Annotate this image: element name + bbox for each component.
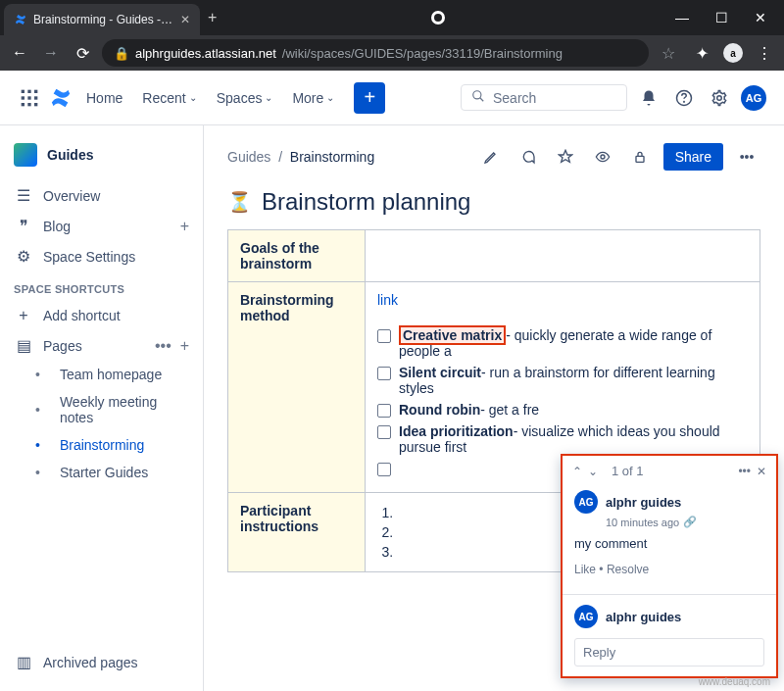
breadcrumb-current: Brainstorming: [290, 149, 374, 165]
svg-rect-3: [22, 96, 24, 99]
settings-icon[interactable]: [706, 84, 733, 112]
space-icon: [14, 143, 37, 167]
watch-icon[interactable]: [589, 143, 616, 171]
space-header[interactable]: Guides: [8, 139, 195, 180]
comment-prev-icon[interactable]: ⌃: [572, 465, 582, 478]
svg-line-10: [480, 98, 484, 102]
page-content: Guides / Brainstorming Share ••• ⏳ Brain…: [204, 125, 784, 691]
svg-rect-7: [27, 103, 30, 106]
checkbox[interactable]: [377, 425, 391, 439]
window-close-button[interactable]: ✕: [741, 10, 780, 25]
comment-next-icon[interactable]: ⌄: [588, 465, 598, 478]
sidebar-item-pages[interactable]: ▤ Pages ••• +: [8, 330, 195, 361]
search-icon: [471, 89, 485, 106]
svg-point-13: [717, 95, 722, 100]
help-icon[interactable]: [670, 84, 698, 112]
confluence-topbar: Home Recent⌄ Spaces⌄ More⌄ + Search AG: [0, 71, 784, 125]
like-button[interactable]: Like: [574, 563, 596, 576]
user-avatar[interactable]: AG: [741, 85, 766, 111]
confluence-logo-icon[interactable]: [49, 86, 73, 110]
browser-forward-button[interactable]: →: [39, 44, 63, 62]
blog-icon: ❞: [14, 217, 33, 235]
browser-reload-button[interactable]: ⟳: [71, 44, 94, 63]
comment-counter: 1 of 1: [612, 464, 644, 478]
page-title: ⏳ Brainstorm planning: [227, 188, 760, 216]
nav-recent[interactable]: Recent⌄: [136, 86, 202, 110]
chevron-down-icon: ⌄: [265, 92, 272, 103]
tab-close-icon[interactable]: ✕: [180, 13, 190, 26]
nav-spaces[interactable]: Spaces⌄: [211, 86, 279, 110]
comment-avatar: AG: [574, 490, 598, 514]
inline-comment-panel: ⌃ ⌄ 1 of 1 ••• ✕ AG alphr guides 10 minu…: [561, 454, 778, 678]
pages-more-icon[interactable]: ••• +: [155, 337, 189, 355]
comment-body: my comment: [574, 536, 764, 551]
svg-rect-1: [27, 89, 30, 92]
sidebar-item-space-settings[interactable]: ⚙ Space Settings: [8, 241, 195, 271]
window-minimize-button[interactable]: —: [662, 10, 702, 25]
edit-icon[interactable]: [477, 143, 505, 171]
app-switcher-icon[interactable]: [18, 86, 41, 110]
comment-more-icon[interactable]: •••: [738, 465, 751, 478]
permalink-icon[interactable]: 🔗: [683, 516, 697, 528]
sidebar-add-shortcut[interactable]: + Add shortcut: [8, 301, 195, 330]
chevron-down-icon: ⌄: [326, 92, 334, 103]
svg-rect-15: [636, 156, 644, 162]
bookmark-star-icon[interactable]: ☆: [657, 44, 680, 63]
notifications-icon[interactable]: [635, 84, 662, 112]
comment-timestamp: 10 minutes ago: [606, 517, 679, 528]
new-tab-button[interactable]: +: [200, 3, 224, 32]
tab-title: Brainstorming - Guides - Conflue: [33, 13, 174, 26]
task-item: Creative matrix- quickly generate a wide…: [377, 327, 748, 359]
page-tree-item[interactable]: Team homepage: [8, 361, 195, 388]
page-emoji-icon: ⏳: [227, 190, 252, 214]
row-label: Goals of the brainstorm: [228, 230, 366, 282]
window-maximize-button[interactable]: ☐: [702, 10, 741, 25]
browser-profile-avatar[interactable]: a: [723, 43, 743, 63]
table-row: Goals of the brainstorm: [228, 230, 760, 282]
nav-more[interactable]: More⌄: [286, 86, 340, 110]
svg-rect-4: [27, 96, 30, 99]
row-cell[interactable]: [366, 230, 760, 282]
recording-indicator-icon: [431, 11, 445, 25]
page-icon: ▤: [14, 336, 33, 355]
checkbox[interactable]: [377, 404, 391, 418]
sidebar-item-overview[interactable]: ☰ Overview: [8, 180, 195, 211]
checkbox[interactable]: [377, 463, 391, 476]
sidebar: Guides ☰ Overview ❞ Blog + ⚙ Space Setti…: [0, 125, 204, 691]
comment-close-icon[interactable]: ✕: [757, 465, 766, 478]
svg-rect-0: [22, 89, 24, 92]
reply-avatar: AG: [574, 605, 598, 628]
overview-icon: ☰: [14, 186, 33, 205]
breadcrumb-root[interactable]: Guides: [227, 149, 270, 165]
page-tree-item-active[interactable]: Brainstorming: [8, 431, 195, 459]
space-name: Guides: [47, 147, 93, 163]
comment-icon[interactable]: [514, 143, 542, 171]
checkbox[interactable]: [377, 367, 391, 380]
checkbox[interactable]: [377, 329, 391, 343]
page-tree-item[interactable]: Starter Guides: [8, 459, 195, 486]
browser-tab[interactable]: Brainstorming - Guides - Conflue ✕: [4, 4, 200, 35]
extensions-icon[interactable]: ✦: [690, 44, 713, 63]
task-item: Silent circuit- run a brainstorm for dif…: [377, 365, 748, 396]
create-button[interactable]: +: [354, 82, 385, 114]
browser-menu-icon[interactable]: ⋮: [753, 44, 776, 63]
browser-back-button[interactable]: ←: [8, 44, 31, 62]
highlighted-text: Creative matrix: [399, 325, 506, 345]
svg-rect-8: [34, 103, 37, 106]
reply-input[interactable]: Reply: [574, 638, 764, 666]
resolve-button[interactable]: Resolve: [607, 563, 649, 576]
lock-icon: 🔒: [114, 46, 129, 61]
restrictions-icon[interactable]: [626, 143, 654, 171]
search-input[interactable]: Search: [461, 84, 627, 111]
shortcuts-heading: SPACE SHORTCUTS: [8, 271, 195, 301]
method-link[interactable]: link: [377, 292, 398, 308]
address-bar[interactable]: 🔒 alphrguides.atlassian.net/wiki/spaces/…: [102, 39, 649, 67]
page-tree-item[interactable]: Weekly meeting notes: [8, 388, 195, 431]
nav-home[interactable]: Home: [80, 86, 128, 110]
sidebar-item-archived[interactable]: ▥ Archived pages: [8, 647, 195, 677]
more-actions-icon[interactable]: •••: [733, 143, 760, 171]
add-blog-icon[interactable]: +: [180, 218, 189, 235]
sidebar-item-blog[interactable]: ❞ Blog +: [8, 211, 195, 241]
star-icon[interactable]: [552, 143, 579, 171]
share-button[interactable]: Share: [663, 143, 723, 171]
